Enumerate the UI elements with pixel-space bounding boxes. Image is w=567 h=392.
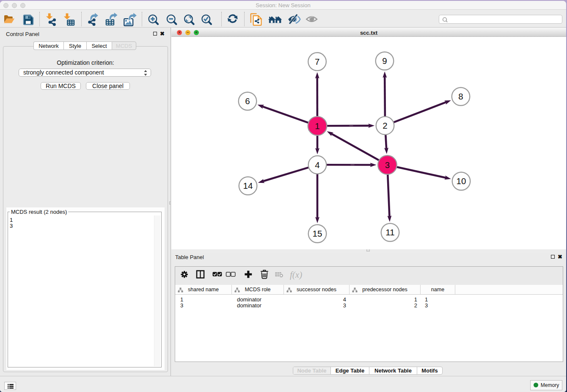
svg-text:11: 11 [385,227,394,237]
svg-text:f(x): f(x) [290,270,302,280]
svg-text:10: 10 [457,176,466,186]
svg-text:9: 9 [382,56,387,66]
svg-text:14: 14 [243,181,253,190]
svg-text:2: 2 [383,121,387,130]
svg-text:8: 8 [458,91,463,101]
svg-text:3: 3 [385,160,390,170]
svg-text:7: 7 [315,57,319,66]
svg-text:6: 6 [245,96,250,106]
svg-text:15: 15 [313,229,322,238]
svg-text:4: 4 [315,160,319,170]
svg-text:1: 1 [315,121,319,131]
